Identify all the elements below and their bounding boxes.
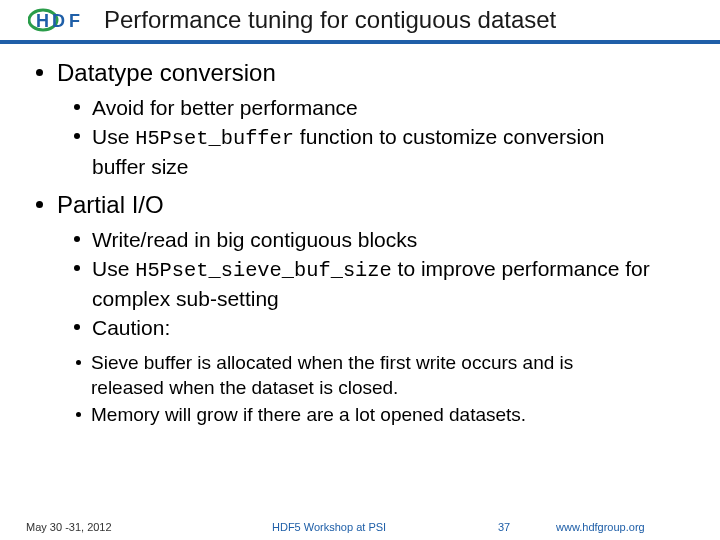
bullet-dot-icon: [76, 360, 81, 365]
footer-event: HDF5 Workshop at PSI: [272, 521, 386, 533]
text-fragment: Use: [92, 257, 135, 280]
bullet-text: Partial I/O: [57, 190, 164, 220]
bullet-text: Sieve buffer is allocated when the first…: [91, 351, 611, 400]
bullet-text: Write/read in big contiguous blocks: [92, 226, 417, 253]
slide-footer: May 30 -31, 2012 HDF5 Workshop at PSI 37…: [0, 518, 720, 540]
hdf-logo: H D F: [28, 6, 100, 34]
svg-text:D: D: [52, 11, 65, 31]
bullet-dot-icon: [74, 104, 80, 110]
bullet-text: Caution:: [92, 314, 170, 341]
bullet-text: Use H5Pset_buffer function to customize …: [92, 123, 652, 180]
footer-page-number: 37: [498, 521, 510, 533]
bullet-text: Datatype conversion: [57, 58, 276, 88]
footer-date: May 30 -31, 2012: [26, 521, 112, 533]
slide-header: H D F Performance tuning for contiguous …: [0, 0, 720, 38]
slide-title: Performance tuning for contiguous datase…: [104, 6, 556, 34]
code-fragment: H5Pset_sieve_buf_size: [135, 259, 392, 282]
slide-content: Datatype conversion Avoid for better per…: [0, 58, 720, 428]
title-divider: [0, 40, 720, 44]
bullet-dot-icon: [36, 201, 43, 208]
bullet-dot-icon: [74, 324, 80, 330]
bullet-text: Memory will grow if there are a lot open…: [91, 403, 526, 428]
bullet-dot-icon: [74, 265, 80, 271]
bullet-dot-icon: [74, 236, 80, 242]
svg-text:F: F: [69, 11, 80, 31]
bullet-dot-icon: [74, 133, 80, 139]
svg-text:H: H: [36, 11, 49, 31]
code-fragment: H5Pset_buffer: [135, 127, 294, 150]
bullet-dot-icon: [36, 69, 43, 76]
text-fragment: Use: [92, 125, 135, 148]
footer-url: www.hdfgroup.org: [556, 521, 645, 533]
bullet-text: Use H5Pset_sieve_buf_size to improve per…: [92, 255, 652, 312]
bullet-dot-icon: [76, 412, 81, 417]
bullet-text: Avoid for better performance: [92, 94, 358, 121]
